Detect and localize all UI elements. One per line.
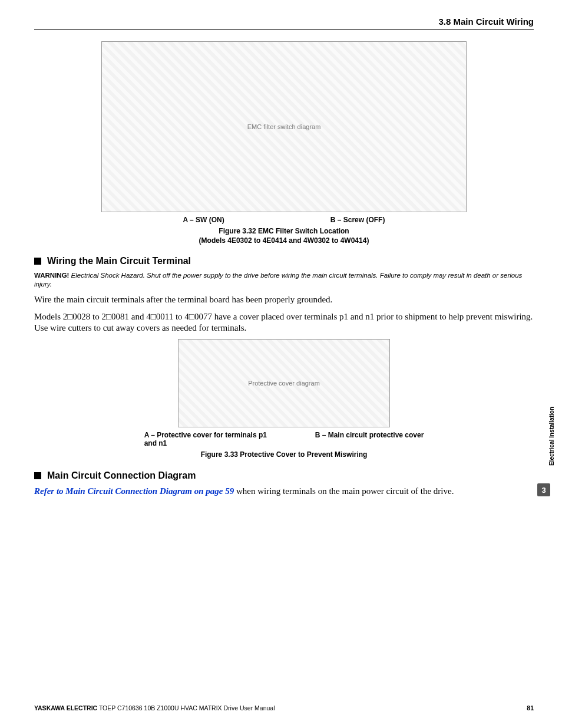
page-content: EMC filter switch diagram A – SW (ON) B … <box>34 41 534 502</box>
warning-block: WARNING! Electrical Shock Hazard. Shut o… <box>34 271 534 288</box>
paragraph-3-rest: when wiring terminals on the main power … <box>234 486 454 496</box>
figure-3-33-caption: Figure 3.33 Protective Cover to Prevent … <box>34 450 534 459</box>
figure-3-33-image: Protective cover diagram <box>178 339 390 427</box>
figure-3-32-image: EMC filter switch diagram <box>101 41 467 212</box>
side-chapter-tab: 3 <box>537 483 550 496</box>
subheading-text: Wiring the Main Circuit Terminal <box>47 256 191 266</box>
section-header: 3.8 Main Circuit Wiring <box>438 17 534 27</box>
figure-3-32-legend: A – SW (ON) B – Screw (OFF) <box>34 216 534 224</box>
page-footer: YASKAWA ELECTRIC TOEP C710636 10B Z1000U… <box>34 704 534 711</box>
square-bullet-icon <box>34 258 41 265</box>
paragraph-1: Wire the main circuit terminals after th… <box>34 294 534 305</box>
figure-3-32-caption: Figure 3.32 EMC Filter Switch Location (… <box>34 226 534 245</box>
warning-text: Electrical Shock Hazard. Shut off the po… <box>34 272 522 287</box>
caption-line-2: (Models 4E0302 to 4E0414 and 4W0302 to 4… <box>34 236 534 245</box>
cross-reference-link[interactable]: Refer to Main Circuit Connection Diagram… <box>34 486 234 496</box>
paragraph-2: Models 2□0028 to 2□0081 and 4□0011 to 4□… <box>34 311 534 334</box>
warning-label: WARNING! <box>34 272 69 279</box>
square-bullet-icon <box>34 472 41 479</box>
legend-a: A – Protective cover for terminals p1 an… <box>144 431 280 447</box>
subheading-connection-diagram: Main Circuit Connection Diagram <box>34 470 534 481</box>
footer-doc-id: YASKAWA ELECTRIC TOEP C710636 10B Z1000U… <box>34 704 275 711</box>
footer-page-number: 81 <box>527 704 534 711</box>
side-chapter-label: Electrical Installation <box>548 407 555 466</box>
figure-3-33-legend: A – Protective cover for terminals p1 an… <box>34 431 534 447</box>
legend-b: B – Main circuit protective cover <box>315 431 424 447</box>
legend-b: B – Screw (OFF) <box>330 216 385 224</box>
paragraph-3: Refer to Main Circuit Connection Diagram… <box>34 486 534 497</box>
figure-3-32: EMC filter switch diagram A – SW (ON) B … <box>34 41 534 245</box>
footer-doc-title: TOEP C710636 10B Z1000U HVAC MATRIX Driv… <box>97 704 275 711</box>
legend-a: A – SW (ON) <box>183 216 224 224</box>
footer-company: YASKAWA ELECTRIC <box>34 704 97 711</box>
caption-line-1: Figure 3.32 EMC Filter Switch Location <box>34 226 534 236</box>
subheading-text: Main Circuit Connection Diagram <box>47 470 196 481</box>
header-rule <box>34 29 534 30</box>
figure-3-33: Protective cover diagram A – Protective … <box>34 339 534 459</box>
subheading-wiring-terminal: Wiring the Main Circuit Terminal <box>34 256 534 266</box>
